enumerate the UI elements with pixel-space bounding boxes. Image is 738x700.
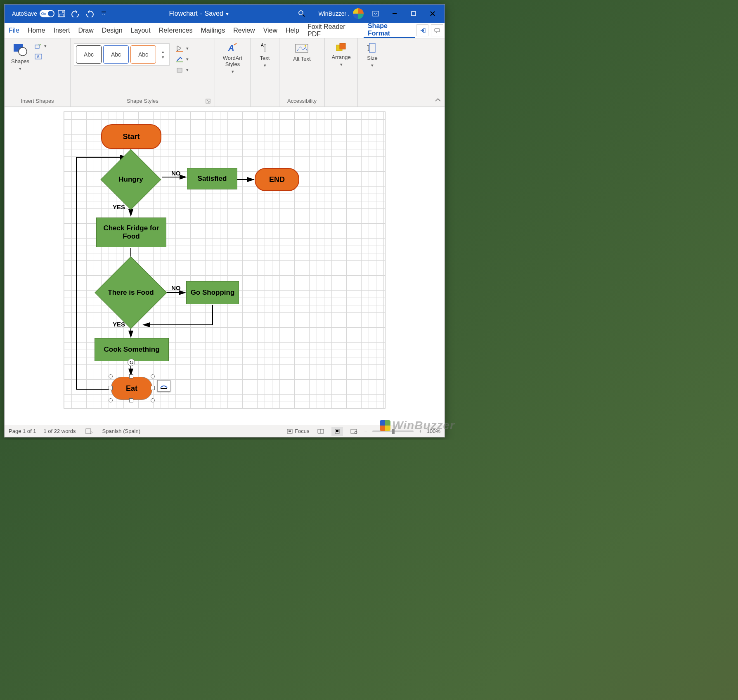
selection-handle[interactable] bbox=[151, 398, 155, 402]
shape-check-fridge[interactable]: Check Fridge for Food bbox=[96, 218, 166, 247]
svg-rect-18 bbox=[176, 51, 183, 52]
rotate-handle-icon[interactable]: ↻ bbox=[128, 359, 135, 366]
shape-start[interactable]: Start bbox=[101, 124, 161, 149]
qat-more-icon[interactable] bbox=[97, 7, 111, 21]
selection-handle[interactable] bbox=[109, 374, 113, 378]
shape-go-shopping[interactable]: Go Shopping bbox=[186, 281, 239, 304]
autosave-toggle[interactable]: AutoSave On bbox=[12, 10, 54, 17]
tab-shape-format[interactable]: Shape Format bbox=[364, 23, 415, 38]
svg-rect-0 bbox=[58, 10, 65, 17]
svg-rect-27 bbox=[340, 43, 345, 49]
svg-point-2 bbox=[62, 11, 64, 13]
layout-options-icon[interactable] bbox=[157, 380, 170, 392]
shape-hungry[interactable]: Hungry bbox=[109, 158, 152, 201]
user-name[interactable]: WinBuzzer . bbox=[319, 10, 350, 17]
svg-text:A: A bbox=[228, 43, 234, 52]
tab-insert[interactable]: Insert bbox=[49, 23, 74, 38]
undo-icon[interactable] bbox=[69, 7, 83, 21]
size-button[interactable]: Size ▾ bbox=[364, 41, 381, 70]
style-preset-3[interactable]: Abc bbox=[130, 45, 156, 64]
text-box-button[interactable]: A bbox=[34, 53, 47, 60]
edit-shape-button[interactable]: ▾ bbox=[34, 43, 47, 49]
shape-satisfied[interactable]: Satisfied bbox=[187, 168, 237, 189]
zoom-out-button[interactable]: − bbox=[364, 428, 368, 434]
avatar-icon[interactable] bbox=[353, 8, 364, 19]
svg-point-14 bbox=[19, 47, 27, 56]
tab-review[interactable]: Review bbox=[229, 23, 259, 38]
share-button[interactable] bbox=[416, 24, 429, 36]
toggle-icon: On bbox=[40, 10, 54, 17]
print-layout-icon[interactable] bbox=[331, 427, 343, 436]
shape-outline-button[interactable]: ▾ bbox=[175, 56, 189, 62]
label-no-1: NO bbox=[171, 170, 181, 177]
selection-handle[interactable] bbox=[129, 398, 133, 402]
selection-handle[interactable] bbox=[151, 374, 155, 378]
shape-end[interactable]: END bbox=[255, 168, 299, 191]
tab-view[interactable]: View bbox=[259, 23, 281, 38]
svg-rect-28 bbox=[369, 43, 375, 52]
search-icon[interactable] bbox=[295, 7, 309, 21]
document-area[interactable]: Start Hungry NO YES Satisfied END Check … bbox=[5, 107, 445, 425]
selection-handle[interactable] bbox=[129, 374, 133, 378]
chevron-down-icon[interactable]: ▾ bbox=[226, 10, 229, 17]
title-bar: AutoSave On Flowchart - Saved ▾ Wi bbox=[5, 5, 445, 23]
shape-effects-button[interactable]: ▾ bbox=[175, 66, 189, 73]
status-page[interactable]: Page 1 of 1 bbox=[9, 428, 36, 434]
read-mode-icon[interactable] bbox=[315, 427, 326, 436]
style-preset-1[interactable]: Abc bbox=[76, 45, 102, 64]
arrange-button[interactable]: Arrange ▾ bbox=[328, 41, 354, 69]
ribbon-tabs: File Home Insert Draw Design Layout Refe… bbox=[5, 23, 445, 38]
svg-rect-15 bbox=[35, 45, 39, 48]
tab-home[interactable]: Home bbox=[24, 23, 50, 38]
focus-mode-button[interactable]: Focus bbox=[286, 427, 310, 436]
label-yes-1: YES bbox=[113, 203, 125, 210]
selection-handle[interactable] bbox=[109, 386, 113, 390]
svg-rect-6 bbox=[373, 11, 378, 16]
shape-styles-gallery[interactable]: Abc Abc Abc ▴▾ bbox=[74, 43, 170, 66]
spellcheck-icon[interactable] bbox=[83, 427, 95, 436]
svg-point-4 bbox=[299, 11, 303, 15]
shape-fill-button[interactable]: ▾ bbox=[175, 45, 189, 52]
tab-foxit[interactable]: Foxit Reader PDF bbox=[303, 23, 364, 38]
page-canvas[interactable]: Start Hungry NO YES Satisfied END Check … bbox=[64, 111, 386, 409]
tab-draw[interactable]: Draw bbox=[74, 23, 97, 38]
dialog-launcher-icon[interactable] bbox=[206, 99, 211, 105]
zoom-slider[interactable] bbox=[372, 430, 414, 432]
minimize-button[interactable] bbox=[385, 5, 404, 23]
status-language[interactable]: Spanish (Spain) bbox=[102, 428, 141, 434]
web-layout-icon[interactable] bbox=[348, 427, 360, 436]
tab-help[interactable]: Help bbox=[281, 23, 303, 38]
tab-file[interactable]: File bbox=[5, 23, 24, 38]
text-direction-button[interactable]: A Text ▾ bbox=[256, 41, 274, 70]
svg-rect-20 bbox=[177, 68, 182, 72]
shape-eat[interactable]: Eat bbox=[111, 377, 152, 400]
save-state[interactable]: Saved bbox=[204, 10, 223, 17]
maximize-button[interactable] bbox=[404, 5, 423, 23]
shape-there-is-food[interactable]: There is Food bbox=[105, 267, 156, 318]
shapes-gallery-button[interactable]: Shapes ▾ bbox=[8, 41, 33, 73]
comments-button[interactable] bbox=[431, 24, 443, 36]
tab-references[interactable]: References bbox=[155, 23, 197, 38]
label-no-2: NO bbox=[171, 284, 181, 291]
close-button[interactable] bbox=[423, 5, 442, 23]
shape-cook[interactable]: Cook Something bbox=[95, 338, 169, 361]
collapse-ribbon-icon[interactable] bbox=[435, 98, 441, 104]
svg-rect-13 bbox=[14, 44, 23, 52]
tab-design[interactable]: Design bbox=[98, 23, 127, 38]
alt-text-button[interactable]: Alt Text bbox=[290, 41, 314, 64]
style-preset-2[interactable]: Abc bbox=[103, 45, 129, 64]
ribbon-display-icon[interactable] bbox=[366, 5, 385, 23]
tab-mailings[interactable]: Mailings bbox=[197, 23, 229, 38]
tab-layout[interactable]: Layout bbox=[127, 23, 155, 38]
svg-rect-19 bbox=[176, 61, 183, 62]
save-icon[interactable] bbox=[54, 7, 69, 21]
styles-more-button[interactable]: ▴▾ bbox=[157, 45, 168, 64]
status-words[interactable]: 1 of 22 words bbox=[44, 428, 76, 434]
redo-icon[interactable] bbox=[83, 7, 97, 21]
selection-handle[interactable] bbox=[151, 386, 155, 390]
zoom-in-button[interactable]: + bbox=[419, 428, 422, 434]
svg-rect-37 bbox=[86, 429, 91, 434]
zoom-level[interactable]: 100% bbox=[427, 428, 440, 434]
wordart-styles-button[interactable]: A WordArt Styles ▾ bbox=[218, 41, 247, 76]
selection-handle[interactable] bbox=[109, 398, 113, 402]
